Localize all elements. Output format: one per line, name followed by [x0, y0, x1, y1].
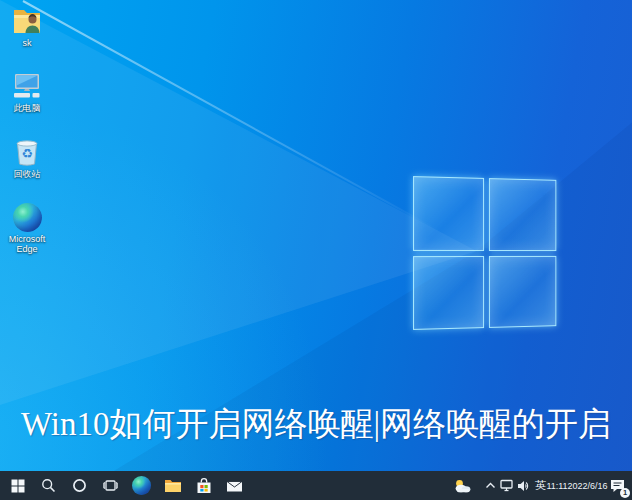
notification-count-badge: 1 [620, 488, 630, 498]
wallpaper-windows-logo [413, 176, 556, 330]
edge-icon [11, 202, 43, 232]
this-pc-icon [11, 71, 43, 101]
task-view-button[interactable] [95, 471, 126, 500]
folder-icon [164, 478, 182, 493]
desktop-icon-label: 此电脑 [14, 103, 41, 113]
taskbar-buttons [0, 471, 250, 500]
windows-logo-pane [489, 255, 556, 327]
desktop-icon-user-folder[interactable]: sk [0, 6, 54, 48]
user-folder-icon [11, 6, 43, 36]
desktop-icon-recycle-bin[interactable]: ♻ 回收站 [0, 137, 54, 179]
chevron-up-icon [485, 481, 496, 490]
windows-desktop-screen: sk 此电脑 ♻ 回收站 Microsoft [0, 0, 632, 500]
desktop-icon-this-pc[interactable]: 此电脑 [0, 71, 54, 113]
start-button[interactable] [2, 471, 33, 500]
search-icon [41, 478, 56, 493]
taskbar: 英 11:11 2022/6/16 1 [0, 471, 632, 500]
clock-date: 2022/6/16 [568, 481, 608, 491]
recycle-bin-icon: ♻ [11, 137, 43, 167]
action-center-button[interactable]: 1 [605, 471, 629, 500]
cortana-circle-icon [72, 478, 87, 493]
search-button[interactable] [33, 471, 64, 500]
windows-logo-icon [11, 479, 25, 493]
microsoft-store-button[interactable] [188, 471, 219, 500]
edge-taskbar-button[interactable] [126, 471, 157, 500]
task-view-icon [103, 478, 118, 493]
system-tray: 英 11:11 2022/6/16 1 [448, 471, 632, 500]
desktop-icon-microsoft-edge[interactable]: Microsoft Edge [0, 202, 54, 254]
edge-icon [132, 476, 151, 495]
mail-envelope-icon [226, 479, 243, 493]
speaker-icon [517, 480, 531, 492]
windows-logo-pane [489, 178, 556, 250]
mail-button[interactable] [219, 471, 250, 500]
desktop-icon-label: Microsoft Edge [0, 234, 54, 254]
windows-logo-pane [413, 176, 484, 250]
network-ethernet-icon [500, 479, 514, 492]
desktop-icon-label: 回收站 [14, 169, 41, 179]
network-tray-button[interactable] [498, 471, 515, 500]
show-hidden-icons-button[interactable] [483, 471, 498, 500]
caption-banner-text: Win10如何开启网络唤醒|网络唤醒的开启 [0, 398, 632, 450]
windows-logo-pane [413, 256, 484, 330]
store-bag-icon [196, 478, 212, 494]
svg-text:♻: ♻ [21, 146, 33, 161]
desktop-icon-label: sk [23, 38, 32, 48]
volume-tray-button[interactable] [515, 471, 532, 500]
partly-cloudy-icon [452, 478, 472, 494]
file-explorer-button[interactable] [157, 471, 188, 500]
news-and-interests-button[interactable] [448, 471, 475, 500]
cortana-button[interactable] [64, 471, 95, 500]
clock-tray-button[interactable]: 11:11 2022/6/16 [549, 471, 605, 500]
clock-time: 11:11 [546, 481, 567, 491]
